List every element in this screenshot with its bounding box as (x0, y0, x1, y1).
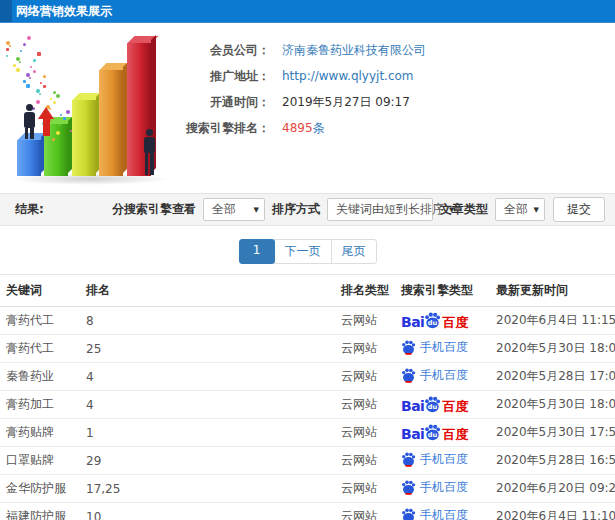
chart-bar (99, 70, 128, 176)
baidu-mobile-text: 手机百度 (420, 451, 468, 468)
keyword-results-table: 关键词排名排名类型搜索引擎类型最新更新时间 膏药代工8云网站Baidu百度202… (0, 274, 615, 520)
filter-bar: 结果: 分搜索引擎查看全部▼排序方式关键词由短到长排序▼文章类型全部▼ 提交 (0, 193, 615, 226)
page-title: 网络营销效果展示 (16, 4, 112, 18)
engine-cell: 手机百度 (395, 335, 490, 363)
filter-select[interactable]: 关键词由短到长排序▼ (327, 198, 433, 221)
keyword-cell: 秦鲁药业 (0, 363, 80, 391)
info-value-link[interactable]: http://www.qlyyjt.com (282, 69, 414, 83)
rank-link[interactable]: 1 (80, 419, 335, 447)
keyword-cell: 膏药贴牌 (0, 419, 80, 447)
column-header: 排名 (80, 275, 335, 307)
keyword-cell: 福建防护服 (0, 503, 80, 520)
person-legs (141, 153, 157, 175)
table-row: 口罩贴牌29云网站手机百度2020年5月28日 16:55 (0, 447, 615, 475)
info-value-suffix: 条 (313, 120, 325, 137)
engine-cell: 手机百度 (395, 363, 490, 391)
column-header: 最新更新时间 (490, 275, 615, 307)
rank-link[interactable]: 25 (80, 335, 335, 363)
rank-link[interactable]: 29 (80, 447, 335, 475)
updated-cell: 2020年5月30日 18:03 (490, 391, 615, 419)
baidu-cn-text: 百度 (442, 400, 468, 413)
baidu-mobile-logo: 手机百度 (401, 451, 468, 468)
arrow-stem (43, 119, 50, 136)
info-label: 会员公司： (178, 42, 270, 59)
info-value: 4895 (282, 121, 313, 135)
confetti-dot (36, 100, 40, 104)
updated-cell: 2020年5月28日 17:02 (490, 363, 615, 391)
confetti-dot (43, 85, 46, 88)
page-button-current[interactable]: 1 (239, 239, 275, 264)
baidu-du-text: du (428, 431, 438, 439)
chevron-down-icon: ▼ (534, 206, 539, 214)
rank-link[interactable]: 4 (80, 363, 335, 391)
filter-select-value: 关键词由短到长排序 (336, 201, 444, 218)
confetti-dot (56, 131, 60, 135)
person-legs (21, 128, 37, 139)
filter-select[interactable]: 全部▼ (203, 198, 265, 221)
rank-link[interactable]: 17,25 (80, 475, 335, 503)
rank-type-cell: 云网站 (335, 419, 395, 447)
confetti-dot (9, 45, 11, 47)
baidu-paw-icon: du (424, 396, 441, 413)
baidu-mobile-text: 手机百度 (420, 479, 468, 496)
baidu-mobile-text: 手机百度 (420, 367, 468, 384)
confetti-dot (29, 77, 31, 79)
page-button[interactable]: 尾页 (331, 239, 377, 264)
table-row: 膏药代工8云网站Baidu百度2020年6月4日 11:15 (0, 307, 615, 335)
person-head (146, 129, 153, 136)
mobile-baidu-paw-icon (401, 508, 416, 520)
confetti-dot (16, 68, 20, 72)
confetti-dot (23, 43, 26, 46)
rank-link[interactable]: 10 (80, 503, 335, 520)
rank-type-cell: 云网站 (335, 363, 395, 391)
updated-cell: 2020年6月4日 11:10 (490, 503, 615, 520)
filter-label: 分搜索引擎查看 (112, 201, 196, 218)
mobile-baidu-paw-icon (401, 340, 416, 355)
chart-bar-front (17, 140, 41, 176)
confetti-dot (60, 114, 62, 116)
pagination: 1下一页尾页 (0, 239, 615, 264)
businessman-right (141, 129, 157, 175)
businessman-on-bar (21, 104, 37, 139)
info-label: 推广地址： (178, 68, 270, 85)
rank-type-cell: 云网站 (335, 475, 395, 503)
baidu-bai-text: Bai (401, 399, 424, 413)
rank-type-cell: 云网站 (335, 307, 395, 335)
updated-cell: 2020年6月4日 11:15 (490, 307, 615, 335)
mobile-baidu-paw-icon (401, 480, 416, 495)
rank-link[interactable]: 4 (80, 391, 335, 419)
rank-link[interactable]: 8 (80, 307, 335, 335)
info-row: 会员公司：济南秦鲁药业科技有限公司 (178, 37, 608, 63)
baidu-mobile-logo: 手机百度 (401, 479, 468, 496)
confetti-dot (43, 75, 46, 78)
page-button[interactable]: 下一页 (274, 239, 332, 264)
updated-cell: 2020年6月20日 09:25 (490, 475, 615, 503)
hero-section: 会员公司：济南秦鲁药业科技有限公司推广地址：http://www.qlyyjt.… (0, 23, 615, 192)
submit-button[interactable]: 提交 (553, 197, 605, 222)
confetti-dot (39, 93, 41, 95)
filter-label: 排序方式 (272, 201, 320, 218)
confetti-dot (70, 130, 72, 132)
confetti-dot (40, 82, 42, 84)
rank-type-cell: 云网站 (335, 335, 395, 363)
info-value-link[interactable]: 济南秦鲁药业科技有限公司 (282, 42, 426, 59)
table-row: 膏药代工25云网站手机百度2020年5月30日 18:06 (0, 335, 615, 363)
info-label: 开通时间： (178, 94, 270, 111)
filter-select[interactable]: 全部▼ (495, 198, 545, 221)
keyword-cell: 膏药代工 (0, 335, 80, 363)
confetti-dot (19, 61, 21, 63)
table-header-row: 关键词排名排名类型搜索引擎类型最新更新时间 (0, 275, 615, 307)
confetti-dot (50, 98, 52, 100)
confetti-dot (26, 84, 30, 88)
confetti-dot (20, 50, 22, 52)
keyword-cell: 口罩贴牌 (0, 447, 80, 475)
baidu-paw-icon: du (424, 312, 441, 329)
table-row: 秦鲁药业4云网站手机百度2020年5月28日 17:02 (0, 363, 615, 391)
confetti-dot (13, 64, 16, 67)
confetti-dot (6, 48, 9, 51)
rank-type-cell: 云网站 (335, 447, 395, 475)
engine-cell: 手机百度 (395, 447, 490, 475)
baidu-mobile-logo: 手机百度 (401, 339, 468, 356)
confetti-dot (53, 91, 56, 94)
table-row: 福建防护服10云网站手机百度2020年6月4日 11:10 (0, 503, 615, 520)
